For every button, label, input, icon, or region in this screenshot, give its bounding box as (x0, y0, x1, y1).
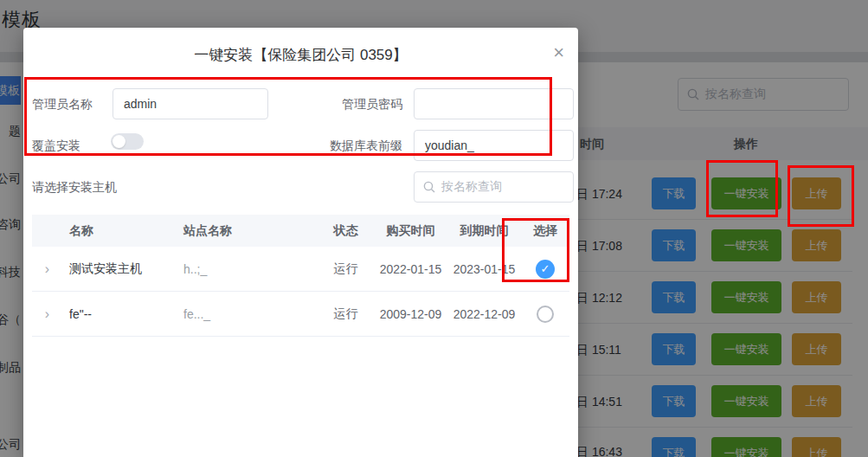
host-site: fe..._ (175, 307, 318, 321)
annotation-box-install-button (706, 160, 778, 217)
col-header-buy: 购买时间 (374, 223, 447, 239)
host-name: 测试安装主机 (62, 261, 175, 277)
host-buy-date: 2009-12-09 (374, 307, 447, 321)
host-site: h..;_ (175, 262, 318, 276)
annotation-box-select-column (502, 218, 569, 282)
host-select-radio-unchecked[interactable] (537, 306, 554, 323)
chevron-right-icon[interactable]: › (32, 261, 62, 277)
col-header-site: 站点名称 (175, 223, 318, 239)
host-buy-date: 2022-01-15 (374, 262, 447, 276)
col-header-status: 状态 (318, 223, 374, 239)
search-icon (423, 181, 435, 193)
chevron-right-icon[interactable]: › (32, 306, 62, 322)
col-header-name: 名称 (62, 223, 175, 239)
host-expire-date: 2022-12-09 (447, 307, 521, 321)
host-table-header: 名称 站点名称 状态 购买时间 到期时间 选择 (32, 215, 569, 247)
host-name: fe"-- (62, 307, 175, 321)
host-status: 运行 (318, 306, 374, 322)
host-row[interactable]: › 测试安装主机 h..;_ 运行 2022-01-15 2023-01-15 … (32, 247, 569, 292)
host-row[interactable]: › fe"-- fe..._ 运行 2009-12-09 2022-12-09 (32, 292, 569, 337)
host-table: 名称 站点名称 状态 购买时间 到期时间 选择 › 测试安装主机 h..;_ 运… (32, 215, 569, 337)
host-picker-label: 请选择安装主机 (32, 171, 117, 203)
annotation-box-upload-button (788, 165, 854, 227)
search-placeholder: 按名称查询 (441, 179, 502, 195)
host-status: 运行 (318, 261, 374, 277)
host-search-input[interactable]: 按名称查询 (414, 171, 574, 203)
close-icon[interactable]: × (553, 43, 564, 62)
dialog-title: 一键安装【保险集团公司 0359】 (23, 45, 578, 65)
annotation-box-form (24, 77, 552, 156)
